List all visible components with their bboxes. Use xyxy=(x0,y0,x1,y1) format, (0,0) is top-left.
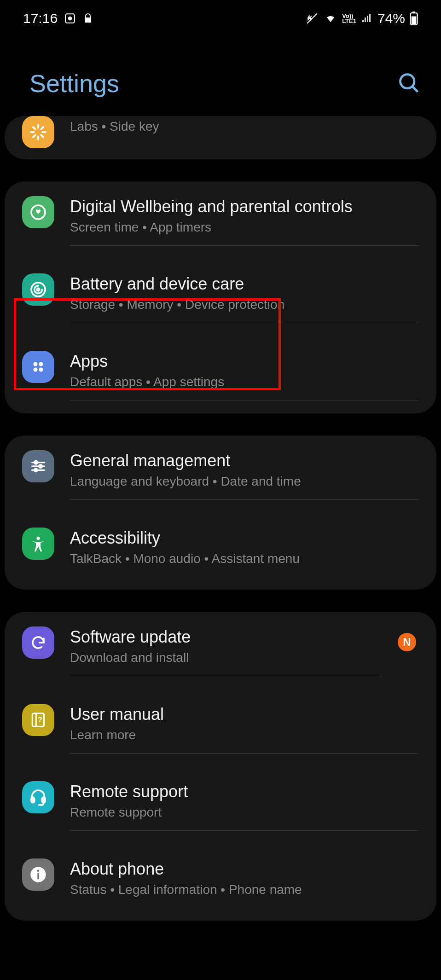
settings-item-battery-device-care[interactable]: Battery and device care Storage • Memory… xyxy=(5,259,436,336)
device-care-icon xyxy=(22,273,54,306)
item-subtitle: Storage • Memory • Device protection xyxy=(70,295,419,314)
settings-item-software-update[interactable]: Software update Download and install N xyxy=(5,612,436,689)
svg-point-14 xyxy=(39,368,43,372)
app-notification-icon xyxy=(64,12,76,24)
battery-icon xyxy=(410,12,418,25)
item-title: About phone xyxy=(70,858,419,879)
item-title: Battery and device care xyxy=(70,273,419,294)
settings-item-general-management[interactable]: General management Language and keyboard… xyxy=(5,435,436,513)
svg-point-13 xyxy=(34,368,38,372)
settings-item-advanced-features[interactable]: Advanced features Labs • Side key xyxy=(5,116,436,159)
settings-group: General management Language and keyboard… xyxy=(5,435,436,590)
remote-support-icon xyxy=(22,781,54,813)
search-icon xyxy=(397,71,421,95)
vibrate-icon xyxy=(305,12,319,24)
item-title: User manual xyxy=(70,704,419,725)
svg-point-20 xyxy=(35,469,38,472)
item-subtitle: Learn more xyxy=(70,725,419,745)
item-title: General management xyxy=(70,450,419,471)
status-bar: 17:16 Vo)) LTE1 74% xyxy=(0,0,441,32)
svg-point-21 xyxy=(36,537,40,540)
item-subtitle: Remote support xyxy=(70,803,419,822)
item-title: Software update xyxy=(70,626,382,647)
item-title: Remote support xyxy=(70,781,419,802)
apps-icon xyxy=(22,351,54,383)
svg-point-19 xyxy=(39,465,42,468)
item-title: Digital Wellbeing and parental controls xyxy=(70,196,419,217)
svg-rect-28 xyxy=(37,873,39,879)
svg-text:?: ? xyxy=(38,716,42,724)
settings-group: Digital Wellbeing and parental controls … xyxy=(5,181,436,413)
svg-point-18 xyxy=(35,461,38,464)
software-update-icon xyxy=(22,626,54,659)
settings-item-about-phone[interactable]: About phone Status • Legal information •… xyxy=(5,844,436,921)
user-manual-icon: ? xyxy=(22,704,54,736)
settings-item-user-manual[interactable]: ? User manual Learn more xyxy=(5,689,436,766)
settings-header: Settings xyxy=(0,32,441,116)
svg-point-10 xyxy=(37,288,39,290)
general-management-icon xyxy=(22,450,54,482)
status-time: 17:16 xyxy=(23,11,58,26)
settings-group: Software update Download and install N ?… xyxy=(5,612,436,921)
page-title: Settings xyxy=(29,69,119,98)
svg-point-12 xyxy=(39,362,43,366)
svg-point-11 xyxy=(34,362,38,366)
notification-badge: N xyxy=(398,633,416,651)
item-subtitle: Labs • Side key xyxy=(70,117,419,136)
svg-rect-25 xyxy=(31,797,35,803)
item-subtitle: Download and install xyxy=(70,648,382,667)
search-button[interactable] xyxy=(397,71,421,96)
lock-icon xyxy=(82,12,93,25)
svg-point-6 xyxy=(400,74,414,88)
item-subtitle: Default apps • App settings xyxy=(70,372,419,392)
svg-rect-4 xyxy=(412,12,415,13)
settings-item-digital-wellbeing[interactable]: Digital Wellbeing and parental controls … xyxy=(5,181,436,259)
battery-percentage: 74% xyxy=(377,11,405,26)
signal-icon xyxy=(361,13,373,24)
svg-line-7 xyxy=(412,87,418,92)
item-subtitle: Screen time • App timers xyxy=(70,218,419,237)
item-title: Accessibility xyxy=(70,528,419,548)
svg-point-29 xyxy=(37,870,40,872)
item-subtitle: Status • Legal information • Phone name xyxy=(70,880,419,899)
item-subtitle: TalkBack • Mono audio • Assistant menu xyxy=(70,549,419,568)
wifi-icon xyxy=(324,13,337,24)
wellbeing-icon xyxy=(22,196,54,228)
volte-indicator: Vo)) LTE1 xyxy=(342,13,356,23)
settings-item-apps[interactable]: Apps Default apps • App settings xyxy=(5,336,436,413)
item-title: Apps xyxy=(70,351,419,371)
svg-point-1 xyxy=(69,17,72,20)
svg-rect-5 xyxy=(412,17,417,24)
settings-group: Advanced features Labs • Side key xyxy=(5,116,436,159)
about-phone-icon xyxy=(22,858,54,891)
accessibility-icon xyxy=(22,528,54,560)
item-subtitle: Language and keyboard • Date and time xyxy=(70,472,419,491)
settings-item-accessibility[interactable]: Accessibility TalkBack • Mono audio • As… xyxy=(5,513,436,590)
settings-item-remote-support[interactable]: Remote support Remote support xyxy=(5,766,436,844)
advanced-features-icon xyxy=(22,116,54,148)
